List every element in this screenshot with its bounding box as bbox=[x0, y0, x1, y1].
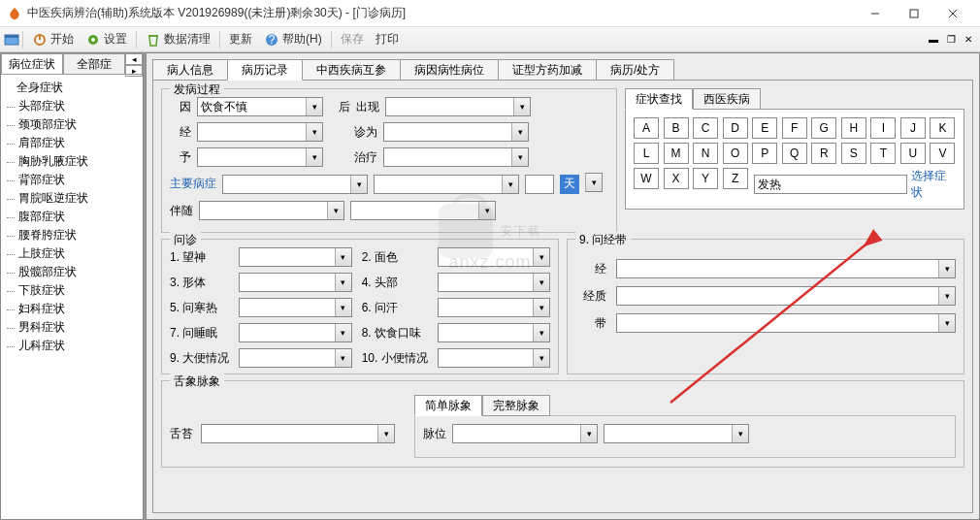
tree-item[interactable]: 股髋部症状 bbox=[3, 263, 141, 281]
cause-select[interactable] bbox=[197, 97, 323, 116]
letter-M[interactable]: M bbox=[664, 143, 689, 164]
q1-select[interactable] bbox=[239, 247, 351, 267]
tree-item[interactable]: 胃脘呕逆症状 bbox=[3, 189, 141, 208]
menu-cleanup[interactable]: 数据清理 bbox=[140, 29, 216, 49]
letter-O[interactable]: O bbox=[723, 143, 748, 164]
minimize-button[interactable] bbox=[856, 0, 895, 27]
letter-B[interactable]: B bbox=[664, 117, 689, 139]
tree-item[interactable]: 妇科症状 bbox=[3, 300, 141, 318]
tree-item[interactable]: 肩部症状 bbox=[3, 134, 141, 152]
give-select[interactable] bbox=[197, 147, 323, 167]
pulse-pos-select2[interactable] bbox=[604, 424, 749, 443]
menu-start[interactable]: 开始 bbox=[26, 29, 80, 49]
select-symptom-link[interactable]: 选择症状 bbox=[911, 168, 956, 201]
main-symptom-link[interactable]: 主要病症 bbox=[170, 176, 216, 192]
tree-item[interactable]: 背部症状 bbox=[3, 171, 141, 189]
q5-select[interactable] bbox=[239, 298, 351, 317]
tree-item[interactable]: 头部症状 bbox=[3, 97, 141, 115]
letter-G[interactable]: G bbox=[811, 117, 836, 139]
side-tab-location[interactable]: 病位症状 bbox=[1, 53, 63, 74]
tree-item[interactable]: 胸胁乳腋症状 bbox=[3, 152, 141, 171]
mdi-close-button[interactable]: ✕ bbox=[961, 33, 976, 47]
letter-C[interactable]: C bbox=[693, 117, 718, 139]
menu-settings[interactable]: 设置 bbox=[80, 29, 133, 49]
diag-select[interactable] bbox=[383, 122, 529, 142]
letter-P[interactable]: P bbox=[752, 143, 777, 164]
tab-record[interactable]: 病历记录 bbox=[227, 59, 303, 81]
q9-select[interactable] bbox=[239, 348, 351, 368]
tab-cross-ref[interactable]: 中西疾病互参 bbox=[302, 59, 401, 81]
q4-select[interactable] bbox=[438, 273, 550, 292]
q2-select[interactable] bbox=[438, 247, 550, 267]
letter-X[interactable]: X bbox=[664, 168, 689, 189]
jingzhi-select[interactable] bbox=[616, 286, 956, 306]
letter-I[interactable]: I bbox=[870, 117, 896, 139]
tab-patient-info[interactable]: 病人信息 bbox=[152, 59, 228, 81]
letter-H[interactable]: H bbox=[841, 117, 866, 139]
letter-A[interactable]: A bbox=[634, 117, 659, 139]
menu-help[interactable]: ? 帮助(H) bbox=[258, 29, 328, 49]
jing-select[interactable] bbox=[616, 259, 956, 278]
tree-item[interactable]: 腹部症状 bbox=[3, 208, 141, 226]
days-input[interactable] bbox=[525, 175, 554, 194]
menses-group: 9. 问经带 经 经质 带 bbox=[567, 239, 964, 374]
tab-rx[interactable]: 病历/处方 bbox=[596, 59, 674, 81]
q10-select[interactable] bbox=[438, 348, 550, 368]
days-dd[interactable] bbox=[585, 173, 603, 192]
menu-update[interactable]: 更新 bbox=[223, 29, 258, 49]
symptom-search-input[interactable] bbox=[754, 175, 907, 194]
tree-item[interactable]: 上肢症状 bbox=[3, 244, 141, 263]
letter-T[interactable]: T bbox=[870, 143, 896, 164]
accompany-select1[interactable] bbox=[199, 201, 344, 220]
side-tab-all[interactable]: 全部症 bbox=[63, 53, 125, 74]
letter-D[interactable]: D bbox=[723, 117, 748, 139]
treat-select[interactable] bbox=[383, 147, 529, 167]
pulse-tab-full[interactable]: 完整脉象 bbox=[482, 395, 550, 416]
close-button[interactable] bbox=[933, 0, 972, 27]
symptom-tree[interactable]: 全身症状 头部症状 颈项部症状 肩部症状 胸胁乳腋症状 背部症状 胃脘呕逆症状 … bbox=[1, 75, 143, 519]
via-select[interactable] bbox=[197, 122, 323, 142]
tab-cause[interactable]: 病因病性病位 bbox=[400, 59, 499, 81]
tree-item[interactable]: 颈项部症状 bbox=[3, 115, 141, 134]
menu-print[interactable]: 打印 bbox=[370, 29, 405, 49]
letter-F[interactable]: F bbox=[782, 117, 807, 139]
letter-Y[interactable]: Y bbox=[693, 168, 718, 189]
pulse-pos-select[interactable] bbox=[452, 424, 598, 443]
tree-item[interactable]: 全身症状 bbox=[3, 79, 141, 97]
letter-L[interactable]: L bbox=[634, 143, 659, 164]
letter-R[interactable]: R bbox=[811, 143, 836, 164]
letter-V[interactable]: V bbox=[930, 143, 955, 164]
letter-E[interactable]: E bbox=[752, 117, 777, 139]
tongue-select[interactable] bbox=[201, 424, 395, 443]
letter-J[interactable]: J bbox=[900, 117, 926, 139]
q3-select[interactable] bbox=[239, 273, 351, 292]
letter-U[interactable]: U bbox=[900, 143, 926, 164]
tree-item[interactable]: 男科症状 bbox=[3, 318, 141, 337]
tree-item[interactable]: 儿科症状 bbox=[3, 337, 141, 355]
maximize-button[interactable] bbox=[895, 0, 933, 27]
letter-Z[interactable]: Z bbox=[723, 168, 748, 189]
tree-item[interactable]: 下肢症状 bbox=[3, 281, 141, 300]
western-tab[interactable]: 西医疾病 bbox=[693, 88, 761, 110]
pulse-tab-simple[interactable]: 简单脉象 bbox=[414, 395, 482, 416]
q6-select[interactable] bbox=[438, 298, 550, 317]
dai-select[interactable] bbox=[616, 313, 956, 333]
tab-formula[interactable]: 证型方药加减 bbox=[498, 59, 597, 81]
start-icon bbox=[32, 32, 48, 48]
symsearch-tab[interactable]: 症状查找 bbox=[625, 88, 693, 110]
letter-K[interactable]: K bbox=[930, 117, 955, 139]
letter-Q[interactable]: Q bbox=[782, 143, 807, 164]
main-sym-select1[interactable] bbox=[222, 175, 368, 194]
tree-item[interactable]: 腰脊胯症状 bbox=[3, 226, 141, 244]
letter-N[interactable]: N bbox=[693, 143, 718, 164]
q7-select[interactable] bbox=[239, 323, 351, 342]
mdi-restore-button[interactable]: ❐ bbox=[943, 33, 959, 47]
side-nav-left[interactable]: ◂ bbox=[125, 53, 143, 65]
appear-select[interactable] bbox=[385, 97, 531, 116]
mdi-minimize-button[interactable]: ▬ bbox=[926, 33, 941, 47]
q8-select[interactable] bbox=[438, 323, 550, 342]
letter-S[interactable]: S bbox=[841, 143, 866, 164]
accompany-select2[interactable] bbox=[350, 201, 496, 220]
main-sym-select2[interactable] bbox=[374, 175, 519, 194]
letter-W[interactable]: W bbox=[634, 168, 659, 189]
